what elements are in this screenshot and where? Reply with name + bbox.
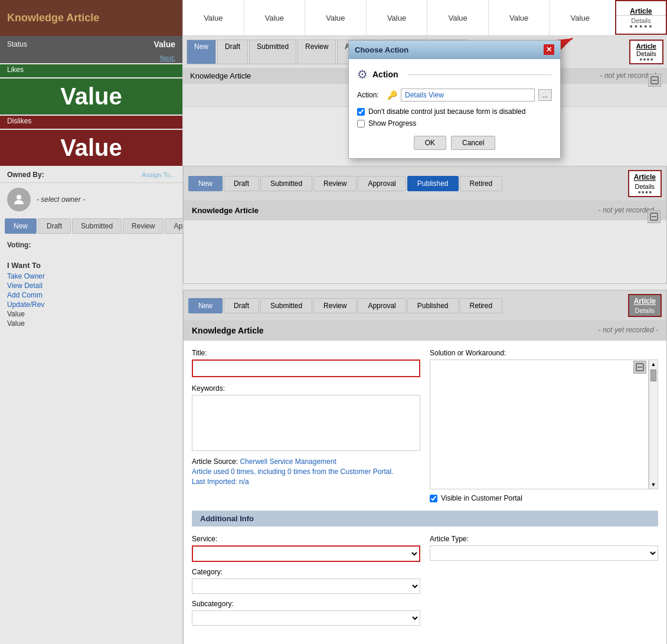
modal-close-button[interactable]: ✕ xyxy=(544,44,554,55)
top-article-details-tab[interactable]: Article Details ■ ■ ■ ■ ■ xyxy=(615,0,667,35)
dont-disable-row: Don't disable control just because form … xyxy=(357,107,552,116)
svg-point-0 xyxy=(17,195,21,200)
form2-tab-new[interactable]: New xyxy=(188,298,223,313)
modal-ok-button[interactable]: OK xyxy=(414,136,446,150)
category-label: Category: xyxy=(192,568,420,576)
form-layer-1: New Draft Submitted Review Approval Publ… xyxy=(183,166,667,284)
sidebar-tab-new[interactable]: New xyxy=(5,218,37,234)
form1-tab-submitted[interactable]: Submitted xyxy=(260,176,312,191)
form2-tab-published[interactable]: Published xyxy=(407,298,459,313)
form1-tab-retired[interactable]: Retired xyxy=(460,176,503,191)
top-tab-5[interactable]: Value xyxy=(427,0,489,35)
modal-buttons: OK Cancel xyxy=(357,136,552,150)
top-tab-1[interactable]: Value xyxy=(183,0,244,35)
dislikes-value: Value xyxy=(0,130,182,166)
form1-tabs-row: New Draft Submitted Review Approval Publ… xyxy=(184,166,666,201)
solution-area-wrapper: ▲ ▼ xyxy=(430,359,658,489)
update-review-link[interactable]: Update/Rev xyxy=(7,300,175,309)
modal-body: ⚙ Action Action: 🔑 ... Don't disable con… xyxy=(349,59,560,158)
modal-browse-button[interactable]: ... xyxy=(538,89,552,101)
modal-action-header: ⚙ Action xyxy=(357,67,552,81)
category-select[interactable] xyxy=(192,578,420,594)
bg-tab-draft[interactable]: Draft xyxy=(217,40,248,64)
solution-expand-icon[interactable] xyxy=(633,361,646,374)
article-type-select[interactable] xyxy=(430,545,658,561)
top-details-label[interactable]: Details xyxy=(616,15,666,24)
modal-action-field-row: Action: 🔑 ... xyxy=(357,89,552,102)
view-details-link[interactable]: View Detail xyxy=(7,282,175,290)
subcategory-select[interactable] xyxy=(192,610,420,626)
form1-tab-review[interactable]: Review xyxy=(313,176,357,191)
modal-action-input[interactable] xyxy=(401,89,535,102)
bg-article-label: Article xyxy=(636,43,656,50)
form2-tab-retired[interactable]: Retired xyxy=(460,298,503,313)
visible-portal-checkbox[interactable] xyxy=(430,495,437,502)
form1-details-label: Details xyxy=(634,181,656,190)
i-want-to-label: I Want To xyxy=(7,261,175,270)
select-owner-text[interactable]: - select owner - xyxy=(37,195,85,204)
additional-info-header: Additional Info xyxy=(192,511,658,527)
title-input[interactable] xyxy=(192,359,420,377)
take-ownership-link[interactable]: Take Owner xyxy=(7,272,175,280)
add-comment-link[interactable]: Add Comm xyxy=(7,291,175,299)
bg-article-details-tab[interactable]: Article Details ■ ■ ■ ■ xyxy=(629,40,663,64)
gear-icon: ⚙ xyxy=(357,67,368,81)
form1-scroll-icon[interactable] xyxy=(648,210,661,223)
sidebar-title: Knowledge Article xyxy=(0,0,182,36)
solution-input[interactable] xyxy=(430,359,649,489)
top-article-label[interactable]: Article xyxy=(630,7,652,15)
top-tab-2[interactable]: Value xyxy=(244,0,306,35)
form2-tab-review[interactable]: Review xyxy=(313,298,357,313)
additional-info-body: Service: Category: Subcategory: Article … xyxy=(184,527,666,634)
form1-article-details-tab[interactable]: Article Details ■ ■ ■ ■ xyxy=(628,170,662,197)
top-tab-6[interactable]: Value xyxy=(489,0,550,35)
service-label: Service: xyxy=(192,535,420,543)
assign-to-link[interactable]: Assign To... xyxy=(142,171,175,178)
keywords-input[interactable] xyxy=(192,395,420,451)
form2-article-details-tab[interactable]: Article Details xyxy=(628,294,662,317)
sidebar-value-1: Value xyxy=(7,310,175,318)
article-source-value: Cherwell Service Management xyxy=(240,457,336,466)
bg-tab-submitted[interactable]: Submitted xyxy=(249,40,296,64)
bg-tab-new[interactable]: New xyxy=(187,40,216,64)
top-tab-3[interactable]: Value xyxy=(305,0,367,35)
subcategory-label: Subcategory: xyxy=(192,600,420,608)
form2-title: Knowledge Article xyxy=(192,326,264,335)
additional-left-col: Service: Category: Subcategory: xyxy=(192,535,420,626)
modal-titlebar: Choose Action ✕ xyxy=(349,41,560,59)
bg-tab-review[interactable]: Review xyxy=(297,40,336,64)
form1-tab-published[interactable]: Published xyxy=(407,176,459,191)
form2-tab-draft[interactable]: Draft xyxy=(224,298,259,313)
show-progress-checkbox[interactable] xyxy=(357,120,365,128)
modal-dialog: Choose Action ✕ ⚙ Action Action: 🔑 ... D… xyxy=(348,40,561,159)
likes-value: Value xyxy=(0,79,182,115)
owned-by-row: Owned By: Assign To... xyxy=(0,167,182,183)
scroll-thumb xyxy=(650,370,656,381)
service-select-wrapper xyxy=(192,545,420,562)
next-link[interactable]: Next: xyxy=(160,54,175,61)
scroll-up[interactable]: ▲ xyxy=(649,360,658,368)
action-icon: 🔑 xyxy=(387,90,397,100)
select-owner-row: - select owner - xyxy=(0,183,182,216)
form2-details-label: Details xyxy=(634,305,656,314)
solution-scrollbar: ▲ ▼ xyxy=(649,359,658,489)
scroll-down[interactable]: ▼ xyxy=(649,480,658,489)
bg-scroll-icon[interactable] xyxy=(648,74,661,87)
sidebar-tab-draft[interactable]: Draft xyxy=(38,218,71,234)
form2-tab-submitted[interactable]: Submitted xyxy=(260,298,312,313)
form1-tab-new[interactable]: New xyxy=(188,176,223,191)
form1-tab-approval[interactable]: Approval xyxy=(358,176,406,191)
sidebar-title-text: Knowledge Article xyxy=(7,12,99,24)
show-progress-row: Show Progress xyxy=(357,119,552,128)
form2-tab-approval[interactable]: Approval xyxy=(358,298,406,313)
sidebar-tab-review[interactable]: Review xyxy=(123,218,164,234)
article-source-row: Article Source: Cherwell Service Managem… xyxy=(192,457,420,466)
top-tab-4[interactable]: Value xyxy=(367,0,428,35)
modal-cancel-button[interactable]: Cancel xyxy=(451,136,495,150)
service-select[interactable] xyxy=(192,545,420,562)
sidebar-tab-submitted[interactable]: Submitted xyxy=(72,218,122,234)
form1-tab-draft[interactable]: Draft xyxy=(224,176,259,191)
form1-dots: ■ ■ ■ ■ xyxy=(634,190,656,194)
dont-disable-checkbox[interactable] xyxy=(357,108,365,116)
voting-label: Voting: xyxy=(7,241,175,249)
